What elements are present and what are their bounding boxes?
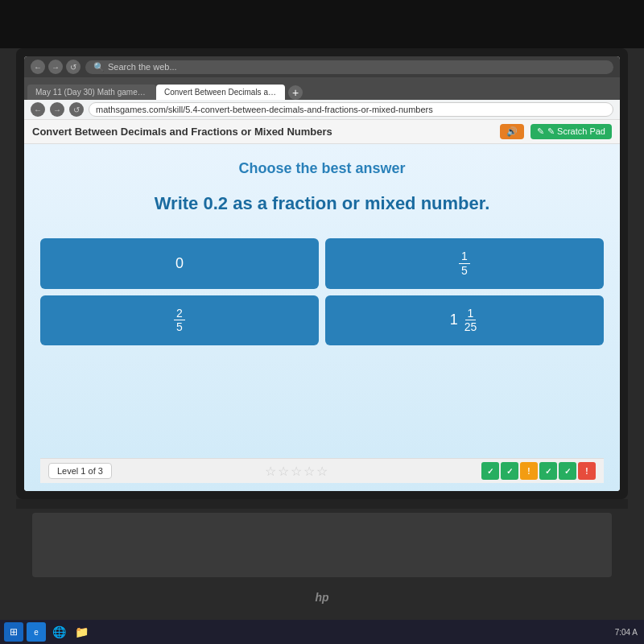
score-1: ✓: [481, 462, 499, 480]
answer-b-fraction: 1 5: [459, 250, 470, 278]
folder-icon[interactable]: 📁: [72, 622, 91, 642]
answer-c-fraction: 2 5: [174, 307, 185, 335]
top-bezel: [0, 0, 644, 48]
ie-icon[interactable]: e: [27, 622, 46, 642]
address-text: mathsgames.com/skill/5.4-convert-between…: [96, 105, 433, 114]
audio-icon: 🔊: [506, 126, 518, 137]
answer-b-button[interactable]: 1 5: [325, 238, 604, 289]
taskbar-time: 7:04 A: [615, 628, 638, 637]
quiz-question: Write 0.2 as a fraction or mixed number.: [155, 193, 490, 214]
bottom-bar: Level 1 of 3 ☆ ☆ ☆ ☆ ☆ ✓ ✓ ! ✓ ✓: [40, 458, 604, 483]
answer-c-numerator: 2: [174, 307, 185, 321]
stars-container: ☆ ☆ ☆ ☆ ☆: [265, 464, 328, 479]
search-text: Search the web...: [108, 62, 177, 72]
answer-c-button[interactable]: 2 5: [40, 295, 319, 346]
addr-refresh-button[interactable]: ↺: [69, 102, 84, 117]
browser-omnibox-bar: ← → ↺ 🔍 Search the web...: [24, 56, 620, 77]
score-6: !: [578, 462, 596, 480]
answer-a-button[interactable]: 0: [40, 238, 319, 289]
answer-d-fraction: 1 25: [462, 307, 480, 335]
omnibox-search[interactable]: 🔍 Search the web...: [85, 60, 613, 74]
quiz-area: Choose the best answer Write 0.2 as a fr…: [24, 144, 620, 491]
tab-math-games-label: May 11 (Day 30) Math games D...: [35, 88, 156, 97]
answer-b-numerator: 1: [459, 250, 470, 264]
app-toolbar: Convert Between Decimals and Fractions o…: [24, 120, 620, 144]
score-indicators: ✓ ✓ ! ✓ ✓ !: [481, 462, 596, 480]
answer-a-text: 0: [175, 255, 184, 272]
hp-logo: hp: [315, 591, 328, 604]
forward-button[interactable]: →: [48, 60, 63, 74]
addr-forward-button[interactable]: →: [50, 102, 64, 117]
scratch-pad-icon: ✎: [537, 126, 544, 137]
score-2: ✓: [501, 462, 518, 480]
tab-convert-label: Convert Between Decimals and F...: [164, 88, 285, 97]
screen-bezel: ← → ↺ 🔍 Search the web... May 11 (Day 30…: [16, 48, 628, 499]
tab-math-games[interactable]: May 11 (Day 30) Math games D...: [27, 85, 156, 100]
answers-grid: 0 1 5 2 5: [40, 238, 604, 345]
laptop-frame: ← → ↺ 🔍 Search the web... May 11 (Day 30…: [0, 0, 644, 644]
addr-back-button[interactable]: ←: [31, 102, 45, 117]
score-5: ✓: [559, 462, 576, 480]
answer-d-mixed: 1 1 25: [450, 307, 480, 335]
score-4: ✓: [539, 462, 557, 480]
keyboard: [32, 513, 612, 577]
screen-content: ← → ↺ 🔍 Search the web... May 11 (Day 30…: [24, 56, 620, 491]
scratch-pad-button[interactable]: ✎ ✎ Scratch Pad: [530, 124, 612, 139]
address-bar: ← → ↺ mathsgames.com/skill/5.4-convert-b…: [24, 100, 620, 120]
start-button[interactable]: ⊞: [4, 622, 23, 642]
score-3: !: [520, 462, 538, 480]
star-5: ☆: [316, 464, 328, 479]
answer-d-button[interactable]: 1 1 25: [325, 295, 604, 346]
toolbar-right: 🔊 ✎ ✎ Scratch Pad: [500, 124, 612, 139]
audio-button[interactable]: 🔊: [500, 124, 524, 139]
level-info: Level 1 of 3: [48, 463, 112, 479]
quiz-instruction: Choose the best answer: [238, 160, 405, 177]
answer-c-denominator: 5: [174, 320, 185, 334]
hinge: [16, 499, 628, 509]
star-3: ☆: [291, 464, 302, 479]
answer-d-denominator: 25: [462, 320, 480, 334]
address-input[interactable]: mathsgames.com/skill/5.4-convert-between…: [89, 102, 613, 117]
taskbar: ⊞ e 🌐 📁 7:04 A: [0, 620, 644, 644]
new-tab-button[interactable]: +: [288, 85, 303, 100]
scratch-pad-label: ✎ Scratch Pad: [547, 126, 605, 137]
browser-nav-buttons: ← → ↺: [31, 60, 80, 74]
star-1: ☆: [265, 464, 276, 479]
answer-b-denominator: 5: [459, 264, 470, 278]
star-2: ☆: [278, 464, 289, 479]
answer-d-whole: 1: [450, 312, 458, 328]
search-icon: 🔍: [93, 62, 105, 72]
star-4: ☆: [303, 464, 315, 479]
chrome-icon[interactable]: 🌐: [49, 622, 68, 642]
tab-convert[interactable]: Convert Between Decimals and F...: [156, 85, 285, 100]
answer-d-numerator: 1: [465, 307, 477, 321]
tab-bar: May 11 (Day 30) Math games D... Convert …: [24, 77, 620, 100]
app-title: Convert Between Decimals and Fractions o…: [32, 126, 332, 138]
refresh-button[interactable]: ↺: [66, 60, 80, 74]
back-button[interactable]: ←: [31, 60, 45, 74]
